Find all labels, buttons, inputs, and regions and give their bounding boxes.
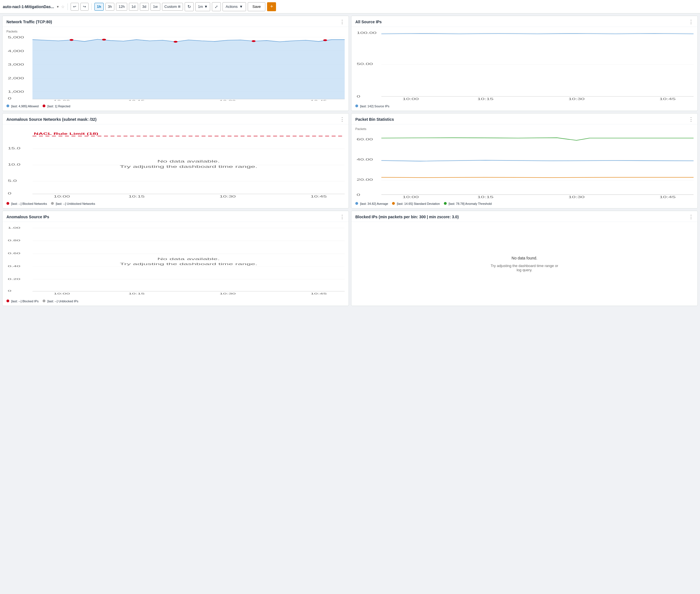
svg-text:0: 0 xyxy=(8,290,11,293)
topbar: auto-nacl-1-MitigationDas... ▼ ☆ ↩ ↪ 1h … xyxy=(0,0,700,13)
panel-body-network-traffic: Packets 5,000 4,000 3,000 2,000 1,000 0 xyxy=(2,27,348,103)
custom-grid-icon: ⊞ xyxy=(178,5,180,8)
expand-button[interactable]: ⤢ xyxy=(212,2,221,11)
legend-anomalous-networks: [last: --] Blocked Networks [last: --] U… xyxy=(2,201,348,208)
svg-text:Try adjusting the dashboard ti: Try adjusting the dashboard time range. xyxy=(120,262,257,266)
legend-network-traffic: [last: 4,985] Allowed [last: 1] Rejected xyxy=(2,103,348,111)
dashboard-title: auto-nacl-1-MitigationDas... xyxy=(3,4,54,9)
svg-text:5,000: 5,000 xyxy=(8,36,24,39)
svg-text:10:30: 10:30 xyxy=(220,195,236,198)
panel-body-all-source-ips: 100.00 50.00 0 10:00 10:15 10:30 10:45 xyxy=(352,27,698,103)
expand-icon: ⤢ xyxy=(215,4,218,9)
panel-menu-network-traffic[interactable]: ⋮ xyxy=(340,19,345,25)
time-3h-button[interactable]: 3h xyxy=(105,3,114,11)
panel-blocked-ips: Blocked IPs (min packets per bin: 300 | … xyxy=(351,211,698,306)
favorite-star-icon[interactable]: ☆ xyxy=(61,4,65,9)
svg-point-14 xyxy=(174,41,178,42)
chart-all-source-ips: 100.00 50.00 0 10:00 10:15 10:30 10:45 xyxy=(355,30,694,101)
svg-text:10:15: 10:15 xyxy=(128,195,144,198)
svg-text:No data available.: No data available. xyxy=(157,159,220,164)
legend-all-source-ips: [last: 142] Source IPs xyxy=(352,103,698,111)
panel-body-anomalous-ips: 1.00 0.80 0.60 0.40 0.20 0 No data avail… xyxy=(2,222,348,298)
actions-button[interactable]: Actions ▼ xyxy=(223,2,246,11)
interval-chevron-icon: ▼ xyxy=(204,4,208,9)
panel-menu-blocked-ips[interactable]: ⋮ xyxy=(689,214,694,220)
svg-text:40.00: 40.00 xyxy=(357,158,373,161)
svg-text:10:15: 10:15 xyxy=(128,100,144,101)
y-axis-label-packet: Packets xyxy=(355,127,694,131)
svg-text:10:00: 10:00 xyxy=(54,292,70,295)
time-12h-button[interactable]: 12h xyxy=(116,3,127,11)
svg-text:10:15: 10:15 xyxy=(477,196,494,198)
svg-text:Try adjusting the dashboard ti: Try adjusting the dashboard time range. xyxy=(120,165,257,169)
svg-text:50.00: 50.00 xyxy=(357,63,373,66)
panel-menu-anomalous-networks[interactable]: ⋮ xyxy=(340,116,345,123)
legend-dot-blocked-networks xyxy=(6,202,9,205)
svg-text:1,000: 1,000 xyxy=(8,90,24,93)
dashboard-grid: Network Traffic (TCP:80) ⋮ Packets 5,000… xyxy=(0,13,700,308)
panel-menu-anomalous-ips[interactable]: ⋮ xyxy=(340,214,345,220)
svg-text:0.20: 0.20 xyxy=(8,277,21,280)
panel-body-anomalous-networks: NACL Rule Limit (18) 15.0 10.0 5.0 0 No … xyxy=(2,124,348,201)
legend-label-allowed: [last: 4,985] Allowed xyxy=(11,104,39,108)
panel-title-blocked-ips: Blocked IPs (min packets per bin: 300 | … xyxy=(355,214,459,219)
actions-label: Actions xyxy=(226,4,238,9)
redo-button[interactable]: ↪ xyxy=(80,3,89,11)
panel-title-packet-bin: Packet Bin Statistics xyxy=(355,117,394,122)
legend-dot-unblocked-networks xyxy=(51,202,54,205)
interval-label: 1m xyxy=(198,4,203,9)
legend-average: [last: 34.82] Average xyxy=(355,202,388,205)
add-button[interactable]: + xyxy=(267,2,276,11)
legend-label-unblocked-ips: [last: --] Unblocked IPs xyxy=(47,299,78,303)
panel-menu-packet-bin[interactable]: ⋮ xyxy=(689,116,694,123)
svg-text:10:00: 10:00 xyxy=(402,98,419,101)
legend-dot-unblocked-ips xyxy=(43,299,45,302)
title-chevron-icon[interactable]: ▼ xyxy=(56,5,59,8)
svg-text:0.80: 0.80 xyxy=(8,239,21,242)
no-data-line2-wrap: Try adjusting the dashboard time range o… xyxy=(491,264,558,272)
panel-packet-bin: Packet Bin Statistics ⋮ Packets 60.00 40… xyxy=(351,113,698,208)
panel-body-blocked-ips: No data found. Try adjusting the dashboa… xyxy=(352,222,698,306)
svg-point-12 xyxy=(69,39,73,41)
time-3d-button[interactable]: 3d xyxy=(140,3,149,11)
panel-header-packet-bin: Packet Bin Statistics ⋮ xyxy=(352,113,698,124)
legend-unblocked-networks: [last: --] Unblocked Networks xyxy=(51,202,95,205)
panel-header-network-traffic: Network Traffic (TCP:80) ⋮ xyxy=(2,16,348,27)
panel-anomalous-networks: Anomalous Source Networks (subnet mask: … xyxy=(2,113,349,208)
refresh-icon: ↻ xyxy=(188,4,191,9)
svg-point-16 xyxy=(323,39,327,41)
legend-label-blocked-ips: [last: --] Blocked IPs xyxy=(11,299,39,303)
legend-dot-source-ips xyxy=(355,104,358,107)
time-1w-button[interactable]: 1w xyxy=(151,3,160,11)
svg-text:10:15: 10:15 xyxy=(128,292,144,295)
legend-label-std-dev: [last: 14.65] Standard Deviation xyxy=(397,202,440,205)
panel-all-source-ips: All Source IPs ⋮ 100.00 50.00 0 10:00 10… xyxy=(351,16,698,111)
panel-header-anomalous-networks: Anomalous Source Networks (subnet mask: … xyxy=(2,113,348,124)
no-data-line2: Try adjusting the dashboard time range o… xyxy=(491,264,558,268)
save-button[interactable]: Save xyxy=(248,2,266,11)
interval-selector[interactable]: 1m ▼ xyxy=(195,2,210,11)
chart-anomalous-networks: NACL Rule Limit (18) 15.0 10.0 5.0 0 No … xyxy=(6,127,345,198)
svg-point-13 xyxy=(102,39,106,40)
panel-menu-all-source-ips[interactable]: ⋮ xyxy=(689,19,694,25)
undo-button[interactable]: ↩ xyxy=(71,3,79,11)
svg-text:10:00: 10:00 xyxy=(402,196,419,198)
svg-text:10:45: 10:45 xyxy=(310,195,327,198)
svg-text:60.00: 60.00 xyxy=(357,138,373,141)
svg-text:10:30: 10:30 xyxy=(220,100,236,101)
svg-text:10:45: 10:45 xyxy=(659,98,676,101)
svg-text:0: 0 xyxy=(8,97,11,100)
svg-text:0: 0 xyxy=(357,193,360,196)
time-1h-button[interactable]: 1h xyxy=(94,3,104,11)
svg-text:15.0: 15.0 xyxy=(8,147,21,150)
refresh-button[interactable]: ↻ xyxy=(185,2,194,11)
svg-text:10:45: 10:45 xyxy=(310,292,327,295)
panel-title-network-traffic: Network Traffic (TCP:80) xyxy=(6,20,52,24)
svg-text:0.60: 0.60 xyxy=(8,252,21,255)
legend-label-blocked-networks: [last: --] Blocked Networks xyxy=(11,202,47,205)
custom-button[interactable]: Custom ⊞ xyxy=(162,3,183,11)
panel-network-traffic: Network Traffic (TCP:80) ⋮ Packets 5,000… xyxy=(2,16,349,111)
legend-rejected: [last: 1] Rejected xyxy=(43,104,70,108)
svg-text:10:45: 10:45 xyxy=(310,100,327,101)
time-1d-button[interactable]: 1d xyxy=(129,3,138,11)
